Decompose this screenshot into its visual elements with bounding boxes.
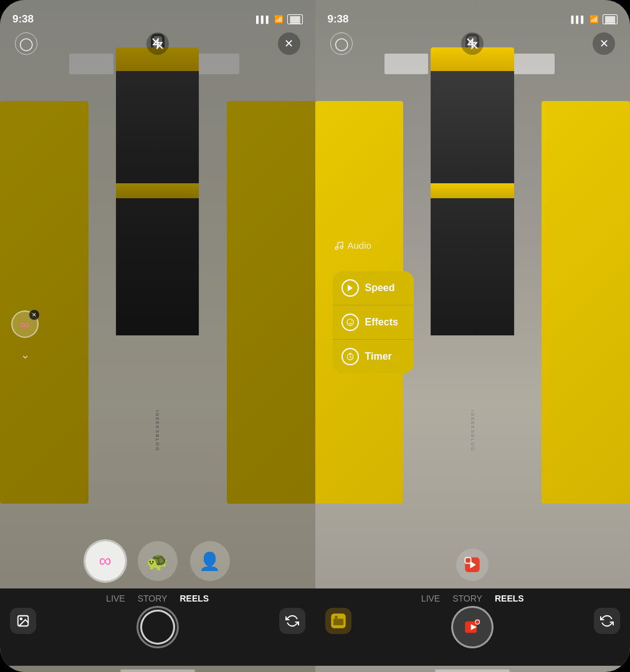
bottom-area-left: ∞ 🐢 👤 LIVE STORY REELS xyxy=(0,541,315,672)
top-controls-left: ◯ ✕ xyxy=(0,32,315,55)
tab-story-left[interactable]: STORY xyxy=(138,593,168,603)
svg-point-10 xyxy=(346,319,353,326)
side-panel-left: ∞ ✕ ⌄ xyxy=(11,310,39,362)
right-phone: iGEEKSBLOG 9:38 ▌▌▌ 📶 ▓▓ ◯ ✕ xyxy=(315,0,631,672)
settings-button-right[interactable]: ◯ xyxy=(330,32,353,55)
speed-effects-timer-menu: Speed Effects xyxy=(333,271,414,373)
nav-bar-left: LIVE STORY REELS xyxy=(0,588,315,666)
svg-marker-8 xyxy=(347,285,352,292)
close-button-left[interactable]: ✕ xyxy=(278,32,300,55)
time-right: 9:38 xyxy=(328,13,349,26)
svg-point-3 xyxy=(20,618,22,620)
wifi-icon-left: 📶 xyxy=(274,15,284,24)
timer-icon xyxy=(341,348,359,365)
tab-reels-left[interactable]: REELS xyxy=(179,593,209,603)
menu-item-timer[interactable]: Timer xyxy=(333,340,414,373)
gallery-button-right[interactable] xyxy=(325,608,351,634)
home-indicator-left xyxy=(120,670,195,672)
close-button-right[interactable]: ✕ xyxy=(593,32,615,55)
wifi-icon-right: 📶 xyxy=(589,15,599,24)
status-bar-right: 9:38 ▌▌▌ 📶 ▓▓ xyxy=(315,0,631,31)
battery-icon-right: ▓▓ xyxy=(603,14,618,24)
reels-filter-btn[interactable] xyxy=(456,549,489,581)
speed-icon xyxy=(341,279,359,297)
flash-button-right[interactable] xyxy=(461,32,484,55)
svg-point-6 xyxy=(335,247,338,249)
nav-tabs-right: LIVE STORY REELS xyxy=(421,593,524,603)
settings-button-left[interactable]: ◯ xyxy=(15,32,37,55)
effects-icon xyxy=(341,314,359,331)
nav-tabs-left: LIVE STORY REELS xyxy=(106,593,209,603)
shutter-nav-right: LIVE STORY REELS xyxy=(421,593,524,648)
filter-close-badge[interactable]: ✕ xyxy=(29,309,40,320)
time-left: 9:38 xyxy=(12,13,34,26)
menu-item-speed[interactable]: Speed xyxy=(333,271,414,305)
nav-bar-right: LIVE STORY REELS xyxy=(315,588,631,666)
bottle-right: iGEEKSBLOG xyxy=(403,34,542,625)
tab-live-left[interactable]: LIVE xyxy=(106,593,125,603)
flip-camera-button-left[interactable] xyxy=(279,608,305,634)
audio-text: Audio xyxy=(348,240,371,251)
filter-turtle[interactable]: 🐢 xyxy=(138,541,178,581)
signal-icon-right: ▌▌▌ xyxy=(571,16,586,23)
speed-label: Speed xyxy=(365,282,395,294)
filter-person[interactable]: 👤 xyxy=(190,541,230,581)
left-phone: iGEEKSBLOG 9:38 ▌▌▌ 📶 ▓▓ ◯ ✕ xyxy=(0,0,315,672)
status-icons-right: ▌▌▌ 📶 ▓▓ xyxy=(571,14,618,24)
shutter-nav-left: LIVE STORY REELS xyxy=(106,593,209,648)
top-controls-right: ◯ ✕ xyxy=(315,32,631,55)
timer-label: Timer xyxy=(365,351,392,362)
bottle-text-right: iGEEKSBLOG xyxy=(470,410,475,452)
status-bar-left: 9:38 ▌▌▌ 📶 ▓▓ xyxy=(0,0,315,31)
shutter-button-right[interactable] xyxy=(451,606,494,648)
svg-rect-18 xyxy=(333,619,343,626)
tab-reels-right[interactable]: REELS xyxy=(495,593,524,603)
filter-badge-left[interactable]: ∞ ✕ xyxy=(11,310,39,338)
effects-label: Effects xyxy=(365,317,398,328)
battery-icon-left: ▓▓ xyxy=(287,14,302,24)
filter-row-left: ∞ 🐢 👤 xyxy=(0,541,315,588)
chevron-down-left[interactable]: ⌄ xyxy=(21,348,30,362)
shutter-inner-left xyxy=(140,610,175,645)
filter-infinity[interactable]: ∞ xyxy=(85,541,125,581)
bg-yellow-right-r xyxy=(542,101,630,504)
svg-point-7 xyxy=(340,246,343,248)
bottom-area-right: LIVE STORY REELS xyxy=(315,549,631,672)
gallery-button-left[interactable] xyxy=(10,608,36,634)
status-icons-left: ▌▌▌ 📶 ▓▓ xyxy=(256,14,302,24)
flip-camera-button-right[interactable] xyxy=(594,608,620,634)
home-indicator-right xyxy=(435,670,510,672)
svg-point-19 xyxy=(335,616,338,619)
tab-live-right[interactable]: LIVE xyxy=(421,593,440,603)
signal-icon-left: ▌▌▌ xyxy=(256,16,270,23)
shutter-button-left[interactable] xyxy=(136,606,179,648)
flash-button-left[interactable] xyxy=(146,32,169,55)
tab-story-right[interactable]: STORY xyxy=(452,593,482,603)
filter-row-right xyxy=(315,549,631,588)
menu-item-effects[interactable]: Effects xyxy=(333,305,414,340)
svg-point-22 xyxy=(475,620,480,624)
audio-label: Audio xyxy=(334,240,371,251)
